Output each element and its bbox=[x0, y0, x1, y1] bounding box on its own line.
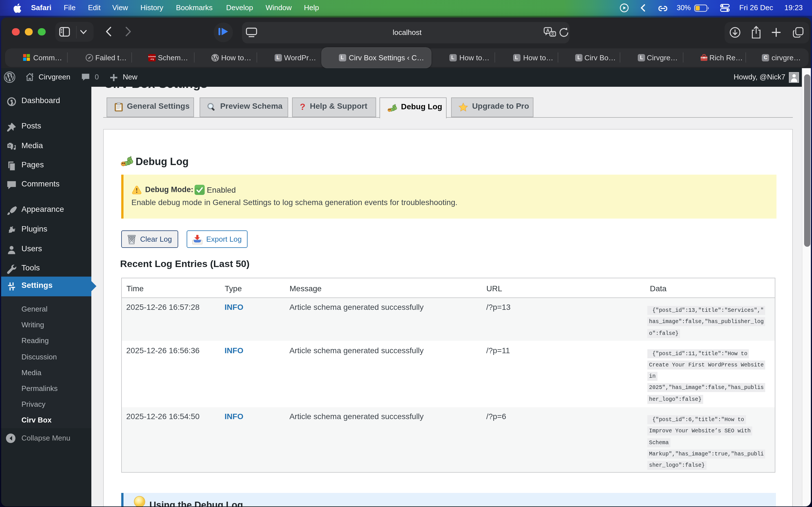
svg-text:A: A bbox=[546, 28, 550, 33]
svg-text:.org: .org bbox=[150, 57, 154, 60]
svg-text:文: 文 bbox=[551, 31, 555, 36]
svg-text:schema: schema bbox=[148, 55, 155, 57]
